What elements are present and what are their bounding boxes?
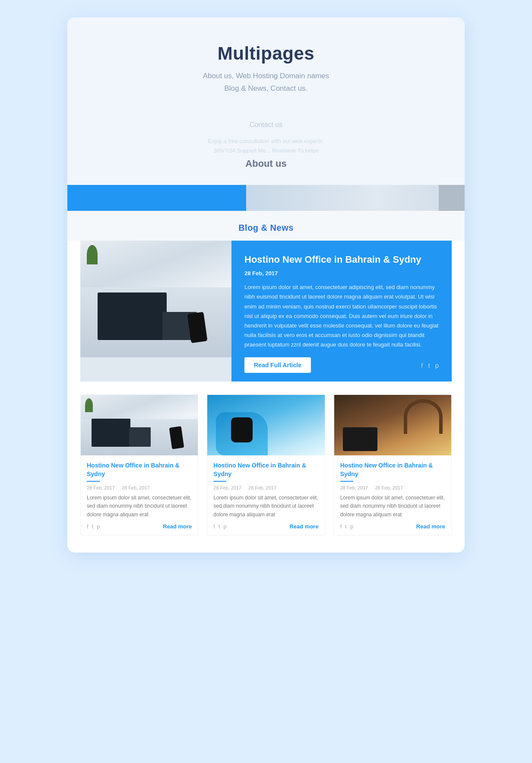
card3-headphone	[404, 399, 443, 434]
site-title: Multipages	[85, 43, 447, 64]
blog-section: Blog & News Hostino New Office in Bahrai…	[67, 211, 465, 553]
site-subtitle: About us, Web Hosting Domain names Blog …	[85, 70, 447, 95]
page-wrapper: Multipages About us, Web Hosting Domain …	[67, 17, 465, 553]
card1-monitor-small	[129, 427, 151, 447]
card-2-excerpt: Lorem ipsum dolor sit amet, consectetuer…	[213, 494, 318, 519]
contact-us-label: Contact us	[85, 121, 447, 129]
card-3-title: Hostino New Office in Bahrain & Sydny	[340, 461, 445, 478]
card1-twitter-icon[interactable]: t	[92, 523, 94, 530]
card-3-date1: 28 Feb, 2017	[340, 485, 368, 490]
about-us-label: About us	[85, 158, 447, 169]
featured-article-title: Hostino New Office in Bahrain & Sydny	[244, 254, 439, 266]
card-3-footer: f t p Read more	[340, 523, 445, 530]
read-full-article-button[interactable]: Read Full Article	[244, 357, 311, 373]
card-1-title: Hostino New Office in Bahrain & Sydny	[87, 461, 192, 478]
card1-plant	[85, 398, 93, 412]
card1-monitor	[92, 419, 130, 447]
card-1-divider	[87, 481, 100, 482]
card-1-image	[81, 395, 198, 455]
featured-article: Hostino New Office in Bahrain & Sydny 28…	[80, 241, 452, 382]
card-grid: Hostino New Office in Bahrain & Sydny 28…	[67, 394, 465, 535]
blog-card-3: Hostino New Office in Bahrain & Sydny 28…	[334, 394, 452, 535]
card-1-body: Hostino New Office in Bahrain & Sydny 28…	[81, 455, 198, 535]
blog-card-1: Hostino New Office in Bahrain & Sydny 28…	[80, 394, 198, 535]
featured-article-excerpt: Lorem ipsum dolor sit amet, consectetuer…	[244, 283, 439, 350]
card-3-date2: 28 Feb, 2017	[375, 485, 403, 490]
card-3-excerpt: Lorem ipsum dolor sit amet, consectetuer…	[340, 494, 445, 519]
card2-watch	[231, 417, 253, 442]
card-2-title: Hostino New Office in Bahrain & Sydny	[213, 461, 318, 478]
card-2-date2: 28 Feb, 2017	[248, 485, 276, 490]
card-2-date1: 28 Feb, 2017	[213, 485, 241, 490]
card3-pinterest-icon[interactable]: p	[350, 523, 353, 530]
faded-text-block: Enjoy a free consultation with our web e…	[85, 137, 447, 156]
card-3-image	[334, 395, 451, 455]
pinterest-icon[interactable]: p	[435, 362, 439, 369]
banner-area	[67, 185, 465, 211]
facebook-icon[interactable]: f	[421, 362, 423, 369]
card-2-image	[207, 395, 324, 455]
header-section: Multipages About us, Web Hosting Domain …	[67, 17, 465, 108]
card-1-socials: f t p	[87, 523, 100, 530]
featured-article-date: 28 Feb, 2017	[244, 270, 439, 277]
monitor-main	[98, 292, 167, 340]
card-3-read-more[interactable]: Read more	[416, 523, 445, 530]
card2-pinterest-icon[interactable]: p	[224, 523, 227, 530]
desk-scene-image	[80, 241, 231, 357]
card-2-body: Hostino New Office in Bahrain & Sydny 28…	[207, 455, 324, 535]
card-1-read-more[interactable]: Read more	[163, 523, 192, 530]
blog-section-title: Blog & News	[67, 223, 465, 233]
featured-article-actions: Read Full Article f t p	[244, 357, 439, 373]
card1-pinterest-icon[interactable]: p	[97, 523, 100, 530]
card-2-socials: f t p	[213, 523, 226, 530]
card-3-socials: f t p	[340, 523, 353, 530]
plant-left	[87, 245, 98, 264]
card-2-footer: f t p Read more	[213, 523, 318, 530]
card-2-dates: 28 Feb, 2017 28 Feb, 2017	[213, 485, 318, 490]
featured-article-content: Hostino New Office in Bahrain & Sydny 28…	[231, 241, 452, 382]
card-2-read-more[interactable]: Read more	[289, 523, 318, 530]
fade-section: Contact us Enjoy a free consultation wit…	[67, 108, 465, 177]
card3-twitter-icon[interactable]: t	[345, 523, 347, 530]
featured-social-icons: f t p	[421, 362, 439, 369]
twitter-icon[interactable]: t	[428, 362, 430, 369]
blog-card-2: Hostino New Office in Bahrain & Sydny 28…	[207, 394, 325, 535]
card2-twitter-icon[interactable]: t	[218, 523, 220, 530]
card1-facebook-icon[interactable]: f	[87, 523, 89, 530]
card-1-dates: 28 Feb, 2017 28 Feb, 2017	[87, 485, 192, 490]
banner-gray	[246, 185, 465, 211]
blog-header: Blog & News	[67, 211, 465, 241]
card-1-footer: f t p Read more	[87, 523, 192, 530]
card-1-excerpt: Lorem ipsum dolor sit amet, consectetuer…	[87, 494, 192, 519]
card-1-date1: 28 Feb, 2017	[87, 485, 115, 490]
card-3-dates: 28 Feb, 2017 28 Feb, 2017	[340, 485, 445, 490]
card-2-divider	[213, 481, 226, 482]
card2-facebook-icon[interactable]: f	[213, 523, 215, 530]
card-1-date2: 28 Feb, 2017	[122, 485, 150, 490]
featured-article-image	[80, 241, 231, 382]
card-3-body: Hostino New Office in Bahrain & Sydny 28…	[334, 455, 451, 535]
banner-blue	[67, 185, 246, 211]
card3-facebook-icon[interactable]: f	[340, 523, 342, 530]
card-3-divider	[340, 481, 353, 482]
card3-tablet	[343, 427, 377, 451]
